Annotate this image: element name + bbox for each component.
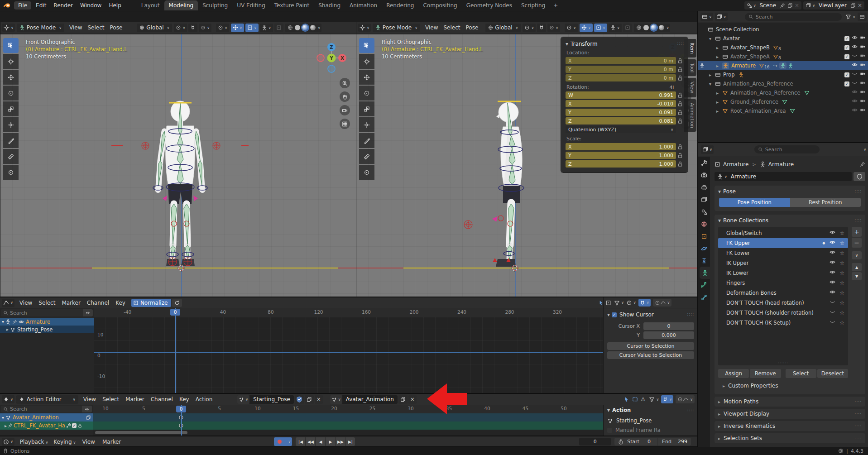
shading-rendered-icon[interactable] xyxy=(310,25,316,30)
move-up-button[interactable]: ▲ xyxy=(852,263,862,271)
remove-collection-button[interactable]: − xyxy=(852,238,862,248)
outliner-row-prop[interactable]: ▸Prop✓ xyxy=(698,70,868,79)
jump-prev-keyframe-button[interactable]: ◀◀ xyxy=(306,437,316,446)
start-frame-field[interactable]: 0 xyxy=(647,439,651,445)
lock-open-icon[interactable] xyxy=(676,66,684,72)
tool-measure-button[interactable] xyxy=(3,149,19,164)
properties-tab-output[interactable] xyxy=(698,181,710,193)
properties-tab-bone-constraint[interactable] xyxy=(698,291,710,303)
channel-armature[interactable]: ▾Armature xyxy=(0,318,94,326)
pivot-point-button[interactable]: ∨ xyxy=(216,24,229,32)
custom-properties-title[interactable]: Custom Properties xyxy=(728,383,778,389)
tool-rotate-button[interactable] xyxy=(359,86,374,101)
snap-toggle-button[interactable]: ∨ xyxy=(661,395,673,403)
keying-label[interactable]: Keying xyxy=(53,439,72,445)
transform-field-y[interactable]: Y1.000 xyxy=(566,152,676,159)
panel-grip[interactable]: ···· xyxy=(855,437,862,439)
row-label[interactable]: Animation_Area_Reference xyxy=(723,81,793,87)
row-label[interactable]: Avatar_ShapeA xyxy=(730,53,770,60)
channel-name[interactable]: CTRL_FK_Avatar_Ha xyxy=(14,422,65,429)
collection-name[interactable]: DON'T TOUCH (shoulder rotation) xyxy=(726,310,814,316)
mode-label[interactable]: Pose Mode xyxy=(27,24,56,31)
tool-scale-button[interactable] xyxy=(3,101,19,116)
close-icon[interactable]: × xyxy=(858,2,862,9)
bone-collection-row[interactable]: IK Lower☆ xyxy=(718,268,848,278)
orientation-selector[interactable]: Global∨ xyxy=(137,24,172,32)
lock-open-icon[interactable] xyxy=(676,101,684,107)
graph-menu-key[interactable]: Key xyxy=(112,300,129,306)
workspace-tab-layout[interactable]: Layout xyxy=(137,0,164,10)
stash-action-name-field[interactable]: Starting_Pose xyxy=(249,395,294,404)
tool-pose-breakdowner-button[interactable] xyxy=(359,165,374,180)
caret-right-icon[interactable]: ▸ xyxy=(716,100,722,105)
outliner-row-avatar[interactable]: ▾Avatar✓ xyxy=(698,34,868,43)
row-label[interactable]: Root_Animation_Area xyxy=(730,108,786,114)
bone-collection-row[interactable]: DON'T TOUCH (shoulder rotation)☆ xyxy=(718,308,848,318)
fake-user-toggle[interactable] xyxy=(295,395,304,404)
caret-down-icon[interactable]: ▾ xyxy=(2,415,4,420)
properties-tab-physics[interactable] xyxy=(698,242,710,254)
row-label[interactable]: Armature xyxy=(731,62,756,69)
transform-field-x[interactable]: X0 m xyxy=(566,57,676,64)
rest-position-button[interactable]: Rest Position xyxy=(790,198,861,207)
auto-keying-options[interactable]: ∨ xyxy=(285,437,292,446)
dope-menu-marker[interactable]: Marker xyxy=(122,396,147,402)
transform-field-y[interactable]: Y0 m xyxy=(566,66,676,73)
channel-starting-pose[interactable]: ▸Starting_Pose xyxy=(0,326,94,333)
npanel-tab-view[interactable]: View xyxy=(684,78,696,97)
browse-stash-action-button[interactable]: ∨ xyxy=(237,395,249,404)
tool-rotate-button[interactable] xyxy=(3,86,19,101)
caret-down-icon[interactable]: ▾ xyxy=(709,81,715,86)
exclude-checkbox[interactable]: ✓ xyxy=(844,36,849,41)
channel-name[interactable]: Starting_Pose xyxy=(17,326,53,333)
breadcrumb-object[interactable]: Armature xyxy=(723,161,748,168)
topbar-menu-window[interactable]: Window xyxy=(77,2,105,9)
topbar-menu-help[interactable]: Help xyxy=(105,2,125,9)
tool-annotate-button[interactable] xyxy=(359,133,374,148)
solo-star-icon[interactable]: ☆ xyxy=(839,230,844,236)
topbar-menu-render[interactable]: Render xyxy=(50,2,77,9)
properties-search-input[interactable]: Search xyxy=(754,145,820,153)
tool-cursor-3d-button[interactable] xyxy=(359,54,374,69)
search-filter-button[interactable] xyxy=(83,309,93,316)
transform-field-z[interactable]: Z0.081 xyxy=(566,117,676,125)
collection-name[interactable]: Deformation Bones xyxy=(726,290,777,296)
dope-menu-view[interactable]: View xyxy=(80,396,99,402)
pose-panel-title[interactable]: Pose xyxy=(723,188,736,195)
workspace-tab-texture-paint[interactable]: Texture Paint xyxy=(270,0,314,10)
topbar-menu-edit[interactable]: Edit xyxy=(32,2,50,9)
proportional-edit-button[interactable]: ∨ xyxy=(199,24,211,32)
cursor-x-field[interactable]: 0 xyxy=(643,322,694,330)
nav-toggle-ortho-button[interactable] xyxy=(340,119,350,129)
search-filter-button[interactable] xyxy=(82,406,92,412)
outliner-row-animation-area-reference[interactable]: ▾Animation_Area_Reference✓ xyxy=(698,79,868,88)
bone-collection-row[interactable]: Global/Switch☆ xyxy=(718,228,848,238)
lock-open-icon[interactable] xyxy=(676,152,684,158)
shading-solid-icon[interactable] xyxy=(643,25,649,30)
navigation-gizmo[interactable]: ZXY xyxy=(314,41,349,75)
properties-tab-object[interactable] xyxy=(698,230,710,242)
id-name[interactable]: Armature xyxy=(731,173,756,180)
dope-key-area[interactable] xyxy=(93,413,603,436)
panel-grip[interactable]: ···· xyxy=(855,401,862,402)
orientation-selector[interactable]: Global∨ xyxy=(485,24,521,32)
tool-measure-button[interactable] xyxy=(359,149,374,164)
properties-tab-world[interactable] xyxy=(698,218,710,230)
warning-icon[interactable]: ⚠ xyxy=(641,396,646,402)
tool-tweak-button[interactable] xyxy=(3,38,19,53)
nav-zoom-button[interactable] xyxy=(340,78,350,88)
snap-toggle-button[interactable] xyxy=(537,24,546,32)
exclude-checkbox[interactable]: ✓ xyxy=(844,54,849,59)
outliner-row-armature[interactable]: ▸Armature16↪ xyxy=(698,61,868,70)
jump-to-end-button[interactable]: ▶| xyxy=(345,437,355,446)
specials-menu-button[interactable]: ∨ xyxy=(852,251,862,259)
caret-right-icon[interactable]: ▸ xyxy=(723,383,725,388)
pose-overlay-button[interactable]: ∨ xyxy=(609,24,622,32)
new-action-copy-button[interactable] xyxy=(305,395,314,404)
caret-right-icon[interactable]: ▸ xyxy=(716,45,722,50)
dope-search-input[interactable]: Search xyxy=(1,406,82,412)
properties-tab-object-data[interactable] xyxy=(700,267,710,279)
normalize-label[interactable]: Normalize xyxy=(140,300,168,306)
proportional-edit-button[interactable]: ∨ xyxy=(547,24,560,32)
row-label[interactable]: Animation_Area_Reference xyxy=(730,90,801,96)
